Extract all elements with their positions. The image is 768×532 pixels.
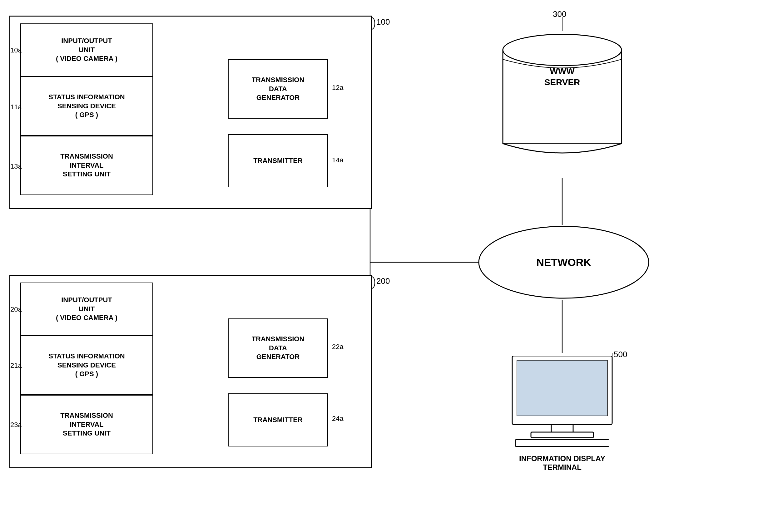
server-cylinder: [500, 31, 625, 162]
device2-transmitter-ref: 24a: [332, 415, 343, 423]
device2-ref-label: 200: [376, 276, 390, 286]
device2-io-ref: 20a: [10, 305, 22, 313]
device1-io-box: INPUT/OUTPUTUNIT( VIDEO CAMERA ): [20, 23, 153, 76]
diagram: 100 INPUT/OUTPUTUNIT( VIDEO CAMERA ) 10a…: [0, 0, 768, 532]
server-label: WWWSERVER: [544, 66, 580, 87]
device1-transmission-interval-label: TRANSMISSIONINTERVALSETTING UNIT: [60, 152, 113, 179]
terminal-computer: [506, 356, 618, 450]
device2-transmitter-box: TRANSMITTER: [228, 393, 328, 446]
svg-rect-31: [551, 425, 573, 432]
svg-rect-32: [531, 432, 593, 438]
device1-datagen-label: TRANSMISSIONDATAGENERATOR: [252, 76, 304, 102]
device2-status-ref: 21a: [10, 362, 22, 370]
device1-io-label: INPUT/OUTPUTUNIT( VIDEO CAMERA ): [56, 37, 117, 63]
device2-datagen-box: TRANSMISSIONDATAGENERATOR: [228, 318, 328, 378]
terminal-label: INFORMATION DISPLAYTERMINAL: [519, 454, 605, 471]
svg-rect-33: [515, 440, 609, 446]
device1-ref-label: 100: [376, 17, 390, 27]
device2-datagen-ref: 22a: [332, 343, 343, 351]
device1-transmitter-label: TRANSMITTER: [253, 156, 303, 165]
device1-transmission-interval-box: TRANSMISSIONINTERVALSETTING UNIT: [20, 136, 153, 195]
device2-datagen-label: TRANSMISSIONDATAGENERATOR: [252, 335, 304, 362]
device2-status-label: STATUS INFORMATIONSENSING DEVICE( GPS ): [48, 352, 125, 379]
device1-transmission-interval-ref: 13a: [10, 162, 22, 170]
device1-status-ref: 11a: [10, 103, 22, 111]
device1-status-box: STATUS INFORMATIONSENSING DEVICE( GPS ): [20, 76, 153, 136]
device2-io-label: INPUT/OUTPUTUNIT( VIDEO CAMERA ): [56, 296, 117, 323]
terminal-label-container: INFORMATION DISPLAYTERMINAL: [506, 454, 618, 472]
device2-status-box: STATUS INFORMATIONSENSING DEVICE( GPS ): [20, 336, 153, 395]
server-label-container: WWWSERVER: [500, 66, 625, 88]
svg-point-27: [503, 34, 622, 66]
device1-datagen-ref: 12a: [332, 84, 343, 92]
server-ref-label: 300: [553, 9, 566, 19]
device1-transmitter-ref: 14a: [332, 156, 343, 164]
svg-rect-30: [517, 360, 608, 416]
device1-datagen-box: TRANSMISSIONDATAGENERATOR: [228, 59, 328, 119]
device1-transmitter-box: TRANSMITTER: [228, 134, 328, 187]
network-label: NETWORK: [536, 255, 591, 269]
device2-transmission-interval-ref: 23a: [10, 421, 22, 429]
device2-transmission-interval-label: TRANSMISSIONINTERVALSETTING UNIT: [60, 411, 113, 438]
device2-transmission-interval-box: TRANSMISSIONINTERVALSETTING UNIT: [20, 395, 153, 454]
device1-io-ref: 10a: [10, 46, 22, 54]
device1-status-label: STATUS INFORMATIONSENSING DEVICE( GPS ): [48, 93, 125, 120]
device2-io-box: INPUT/OUTPUTUNIT( VIDEO CAMERA ): [20, 283, 153, 336]
network-label-container: NETWORK: [478, 225, 650, 300]
device2-transmitter-label: TRANSMITTER: [253, 416, 303, 425]
